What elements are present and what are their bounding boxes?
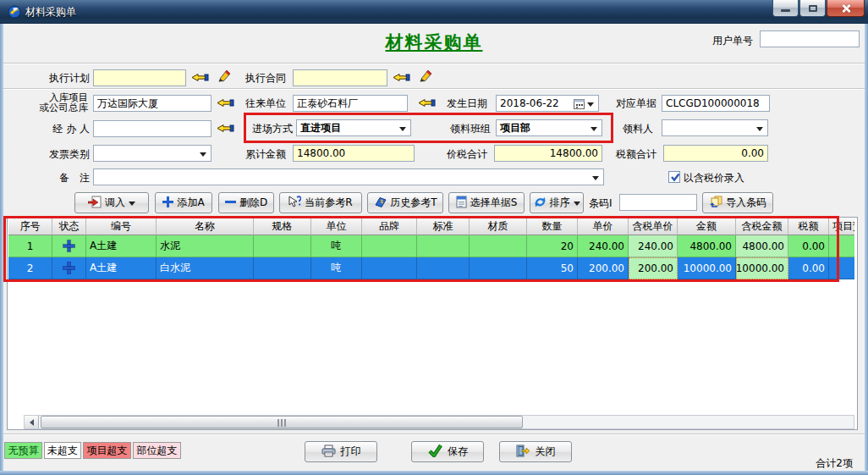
table-row-selected[interactable]: 2 A土建 白水泥 吨 50 200.00 200.00 10000.00 10… [8,257,854,279]
ref-doc-input[interactable] [662,95,770,112]
cell-extra [829,257,854,279]
remark-combo[interactable] [93,168,604,185]
arrow-left-icon [26,419,34,426]
close-form-button[interactable]: 关闭 [499,441,572,462]
cell-material [470,257,527,279]
maximize-button[interactable] [799,0,826,17]
invoice-type-label: 发票类别 [41,146,90,163]
maximize-icon [809,5,817,12]
col-header[interactable]: 标准 [417,218,470,235]
chevron-down-icon [129,202,135,209]
select-hand-icon[interactable] [191,71,209,87]
invoice-type-select[interactable] [93,145,212,162]
col-header[interactable]: 材质 [470,218,527,235]
scrollbar-thumb[interactable] [41,416,523,428]
import-barcode-button[interactable]: 导入条码 [702,192,773,213]
table-row[interactable]: 1 A土建 水泥 吨 20 240.00 240.00 4800.00 4800… [8,235,854,257]
barcode-input[interactable] [619,194,697,211]
edit-pencil-icon[interactable] [418,68,433,86]
history-reference-button[interactable]: 历史参考T [367,192,443,213]
col-header[interactable]: 税额 [788,218,829,235]
scroll-left-button[interactable] [25,416,39,428]
exec-contract-label: 执行合同 [242,69,286,86]
delete-minus-icon [225,196,236,210]
col-header[interactable]: 品牌 [362,218,417,235]
select-hand-icon[interactable] [217,97,234,113]
minimize-button[interactable] [772,0,799,17]
window-bottom-border [0,471,868,475]
print-button[interactable]: 打印 [305,441,377,462]
material-purchase-order-window: 材料采购单 材料采购单 用户单号 执行计划 执行合同 入库项目 或公司总库 往来… [0,0,868,475]
col-header[interactable]: 状态 [52,218,86,235]
exec-plan-input[interactable] [93,69,186,86]
cell-seq: 1 [8,235,52,257]
items-grid: 序号 状态 编号 名称 规格 单位 品牌 标准 材质 数量 单价 含税单价 金额… [8,218,854,279]
horizontal-scrollbar[interactable] [24,415,854,429]
col-header[interactable]: 含税金额 [736,218,788,235]
legend-not-over: 未超支 [44,442,81,459]
chevron-down-icon [399,127,406,135]
col-header[interactable]: 数量 [527,218,578,235]
cell-standard [417,257,470,279]
user-no-input[interactable] [760,30,860,47]
chevron-down-icon [756,127,763,135]
col-header[interactable]: 单价 [578,218,629,235]
col-header[interactable]: 名称 [157,218,254,235]
entry-mode-label: 进场方式 [249,120,293,137]
col-header[interactable]: 序号 [8,218,52,235]
picker-select[interactable] [662,119,768,136]
cell-amount-with-tax[interactable]: 4800.00 [736,235,788,257]
divider [3,88,865,90]
cell-amount: 4800.00 [678,235,736,257]
exec-contract-input[interactable] [293,69,387,86]
col-header[interactable]: 金额 [678,218,736,235]
current-reference-button[interactable]: 当前参考R [279,192,362,213]
select-doc-button[interactable]: 选择单据S [448,192,525,213]
cell-status [52,235,86,257]
team-select[interactable]: 项目部 [496,119,602,136]
cell-code: A土建 [86,235,157,257]
user-no-label: 用户单号 [702,32,753,49]
delete-row-button[interactable]: 删除D [218,192,274,213]
minimize-icon [781,9,790,12]
window-left-border [0,24,3,475]
date-picker[interactable]: 2018-06-22 [496,95,599,112]
sort-button[interactable]: 排序 [530,192,584,213]
ref-doc-label: 对应单据 [613,95,656,112]
edit-pencil-icon[interactable] [217,68,232,86]
entry-mode-select[interactable]: 直进项目 [296,119,411,136]
cell-extra [829,235,854,257]
handler-label: 经 办 人 [41,120,90,137]
total-items-label: 合计2项 [816,456,853,471]
store-project-input[interactable] [93,95,212,112]
select-hand-icon[interactable] [418,97,436,113]
cell-price-with-tax[interactable]: 240.00 [629,235,678,257]
legend-part-over: 部位超支 [133,442,181,459]
col-header[interactable]: 项目预 [829,218,854,235]
cell-tax: 0.00 [788,257,829,279]
close-icon [841,3,851,14]
col-header[interactable]: 单位 [311,218,362,235]
select-hand-icon[interactable] [217,122,234,138]
picker-label: 领料人 [614,120,653,137]
cell-amount-with-tax[interactable]: 10000.00 [736,257,788,279]
cell-price-with-tax[interactable]: 200.00 [629,257,678,279]
handler-input[interactable] [93,120,212,137]
col-header[interactable]: 编号 [86,218,157,235]
calendar-icon [574,98,585,112]
vendor-input[interactable] [293,95,408,112]
remark-label: 备 注 [41,169,90,186]
close-button[interactable] [827,0,865,17]
load-button[interactable]: 调入 [74,192,149,213]
check-icon [669,171,681,184]
add-row-button[interactable]: 添加A [155,192,212,213]
col-header[interactable]: 含税单价 [629,218,678,235]
cell-spec [254,257,311,279]
save-button[interactable]: 保存 [411,441,484,462]
accum-amount-field [293,145,415,162]
select-hand-icon[interactable] [393,71,410,87]
tax-entry-checkbox-label: 以含税价录入 [684,169,760,186]
col-header[interactable]: 规格 [254,218,311,235]
tax-entry-checkbox[interactable] [668,171,680,183]
cell-name: 白水泥 [157,257,254,279]
